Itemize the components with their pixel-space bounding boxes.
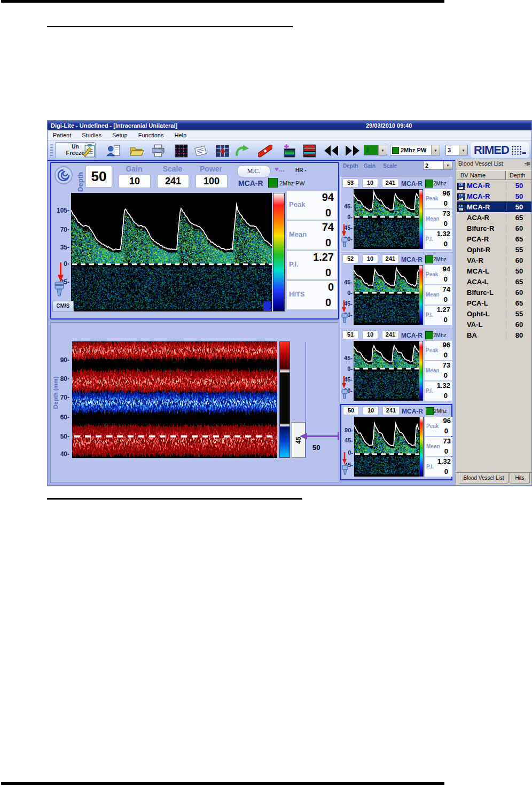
chevron-down-icon[interactable]: ▼ [431,145,440,155]
gate4-depth-box[interactable]: 50 [343,406,359,415]
clipboard-notes-icon [82,144,97,158]
gate-panel-3[interactable]: 51 10 241 MCA-R 2Mhz 45- 0- 45- 90- Peak… [340,329,452,403]
chevron-down-icon[interactable]: ▼ [459,145,467,155]
unit-button[interactable]: CM/S [52,301,74,312]
rewind-button[interactable] [322,142,341,159]
add-spectrum-button[interactable] [278,142,298,159]
grid-crosshair-icon [174,144,189,158]
summary-notes-button[interactable] [191,142,210,159]
vessel-list-row[interactable]: ACA-L 65 [457,276,532,287]
report-notes-button[interactable] [80,142,99,159]
gate4-pi: P.I.1.320 [425,457,452,477]
vessel-list-row[interactable]: MCA-L 50 [457,266,532,276]
vessel-list-row[interactable]: MCA-R 50 [457,180,532,191]
vessel-list-row[interactable]: MCA-R 50 [457,201,532,212]
vessel-list-row[interactable]: PCA-L 65 [457,298,532,308]
chevron-down-icon[interactable]: ▼ [378,145,387,155]
gate3-colorbar [419,341,423,401]
menu-setup[interactable]: Setup [107,132,133,138]
print-button[interactable] [148,142,168,159]
vessel-list-row[interactable]: Opht-R 55 [457,244,532,255]
vessel-depth: 50 [506,267,532,275]
gate2-peak: Peak940 [425,265,452,284]
pin-icon[interactable] [525,161,530,167]
gate3-depth-box[interactable]: 51 [342,330,358,339]
menu-functions[interactable]: Functions [133,132,169,138]
toolbar-drag-handle[interactable] [50,144,53,157]
vessel-list-row[interactable]: VA-R 60 [457,255,532,266]
probe-select[interactable]: 2Mhz PW ▼ [390,145,440,155]
vessel-name: MCA-L [465,267,506,275]
gate1-spectrogram [354,189,419,249]
tab-blood-vessel-list[interactable]: Blood Vessel List [459,473,508,484]
menu-help[interactable]: Help [169,132,192,138]
probe-marker-button[interactable] [255,142,275,159]
flow-direction-arrow-icon [58,262,64,283]
mmode-display-button[interactable] [300,142,319,159]
scale-label: Scale [155,165,190,173]
vessel-list-row[interactable]: Bifurc-L 60 [457,287,532,298]
vessel-list-row[interactable]: VA-L 60 [457,319,532,330]
probe-icon [341,313,348,324]
tab-hits[interactable]: Hits [510,473,530,484]
mmode-colorbar [279,341,290,458]
table-plus-icon [215,144,230,158]
patient-details-button[interactable] [104,142,123,159]
vessel-name: VA-L [465,321,506,329]
depth-value-box[interactable]: 50 [85,165,112,188]
channel-select[interactable]: 2 ▼ [364,145,387,155]
vessel-list-row[interactable]: PCA-R 65 [457,233,532,244]
gate-count-select[interactable]: 2 ▼ [423,161,452,170]
probe-indicator [425,255,433,263]
gate4-scale-box[interactable]: 241 [382,406,400,415]
flow-direction-arrow-icon [342,376,346,389]
gate-depth-arrow-icon [300,432,340,441]
gate-panel-4-selected[interactable]: 50 10 241 MCA-R 2Mhz 90- 45- 0- 45- Peak… [340,404,452,480]
gate2-gain-box[interactable]: 10 [362,254,378,263]
vessel-list-row[interactable]: MCA-R 50 [457,191,532,201]
measurements-column: 94 Peak 0 74 Mean 0 1.27 P.I. 0 0 HITS [287,191,337,311]
brand-logo: RIMED [471,142,529,158]
chevron-down-icon[interactable]: ▼ [443,161,452,169]
gain-value-box[interactable]: 10 [119,175,151,188]
vessel-name: VA-R [465,256,506,264]
grid-display-button[interactable] [171,142,191,159]
bvl-col-depth[interactable]: Depth [506,170,532,180]
vessel-list-row[interactable]: Bifurc-R 60 [457,223,532,233]
forward-button[interactable] [343,142,362,159]
mmode-depth-axis: 90- 80- 70- 60- 50- 40- [51,341,71,458]
bvl-col-name[interactable]: BV Name [457,170,506,180]
gate-panel-1[interactable]: 53 10 241 MCA-R 2Mhz 45- 0- 45- 90- Peak… [340,177,452,252]
open-study-button[interactable] [127,142,146,159]
add-table-button[interactable] [213,142,232,159]
vessel-depth: 50 [506,203,532,211]
gate4-gain-box[interactable]: 10 [363,406,379,415]
gate2-scale-box[interactable]: 241 [382,254,399,263]
probe-value: 2Mhz PW [401,147,426,153]
gate1-scale-box[interactable]: 241 [382,178,399,188]
gate3-gain-box[interactable]: 10 [362,330,378,339]
gate2-depth-box[interactable]: 52 [342,254,358,263]
gate1-gain-box[interactable]: 10 [362,178,378,188]
vessel-list-row[interactable]: ACA-R 65 [457,212,532,223]
gate-count-value: 2 [424,161,443,169]
gate1-probe: 2Mhz [433,181,446,186]
vessel-list-row[interactable]: BA 80 [457,330,532,340]
gate-panel-2[interactable]: 52 10 241 MCA-R 2Mhz 45- 0- 45- 90- Peak… [340,253,452,328]
vessel-list-row[interactable]: Opht-L 55 [457,308,532,319]
gate1-depth-box[interactable]: 53 [342,178,358,188]
power-value-box[interactable]: 100 [195,175,228,188]
hr-label: HR - [295,167,307,173]
next-step-button[interactable] [232,142,252,159]
vessel-depth: 60 [506,289,532,297]
menu-studies[interactable]: Studies [76,132,107,138]
vessel-name: Opht-R [465,246,506,254]
spiral-button[interactable] [53,165,74,188]
menu-patient[interactable]: Patient [48,132,76,138]
gate3-scale-box[interactable]: 241 [382,330,399,339]
cycle-select[interactable]: 3 ▼ [445,145,468,155]
scale-value-box[interactable]: 241 [157,175,189,188]
probe-icon [341,389,348,400]
mc-button[interactable]: M.C. [237,165,270,177]
vessel-name: MCA-R [465,192,506,200]
